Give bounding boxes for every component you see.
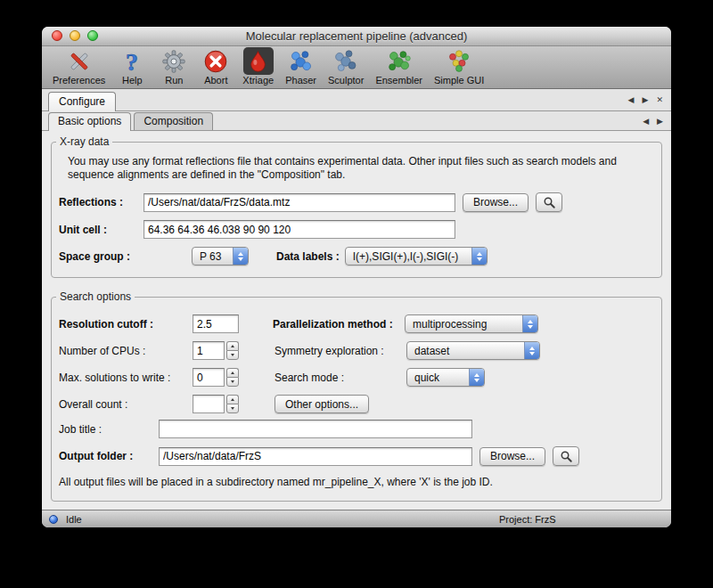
output-folder-view-button[interactable] (553, 446, 579, 466)
popup-arrows-icon (233, 248, 248, 265)
reflections-input[interactable] (143, 193, 455, 212)
toolbar-label: Preferences (53, 75, 105, 86)
svg-text:?: ? (126, 49, 138, 74)
window-title: Molecular replacement pipeline (advanced… (246, 29, 468, 43)
job-title-row: Job title : (52, 420, 661, 438)
search-mode-value: quick (414, 372, 446, 384)
toolbar-item-ensembler[interactable]: Ensembler (375, 47, 422, 86)
parallelization-value: multiprocessing (413, 318, 493, 331)
status-text: Idle (66, 514, 82, 525)
max-solutions-label: Max. solutions to write : (59, 372, 193, 384)
overall-count-label: Overall count : (59, 398, 193, 411)
options-tab-strip: Basic options Composition ◀ ▶ (42, 111, 671, 131)
toolbar-item-simple-gui[interactable]: Simple GUI (434, 47, 484, 86)
cpus-row: Number of CPUs : Symmetry exploration : … (52, 341, 661, 360)
sculptor-icon (331, 47, 361, 75)
popup-arrows-icon (522, 315, 537, 332)
stepper-up-icon[interactable] (226, 341, 239, 350)
app-window: Molecular replacement pipeline (advanced… (42, 27, 671, 527)
chevron-left-icon[interactable]: ◀ (643, 117, 649, 126)
max-solutions-stepper[interactable] (226, 368, 239, 387)
job-title-label: Job title : (59, 423, 159, 436)
num-cpus-input[interactable] (193, 341, 225, 360)
search-options-group: Search options Resolution cutoff : Paral… (51, 290, 662, 502)
overall-count-input[interactable] (193, 395, 225, 413)
resolution-cutoff-label: Resolution cutoff : (59, 318, 193, 331)
close-tab-icon[interactable]: ✕ (656, 95, 663, 104)
xray-description: You may use any format reflections file … (68, 155, 640, 182)
xray-data-group-title: X-ray data (56, 135, 112, 148)
configure-tab-strip: Configure ◀ ▶ ✕ (42, 89, 671, 111)
zoom-window-button[interactable] (87, 30, 98, 41)
toolbar-item-run[interactable]: Run (159, 47, 189, 86)
ensembler-icon (384, 47, 414, 75)
unit-cell-row: Unit cell : (52, 220, 661, 239)
stepper-up-icon[interactable] (226, 368, 239, 377)
reflections-view-button[interactable] (536, 192, 562, 212)
output-folder-browse-button[interactable]: Browse... (479, 447, 545, 466)
reflections-label: Reflections : (59, 196, 143, 208)
tab-composition[interactable]: Composition (134, 112, 213, 130)
toolbar-item-xtriage[interactable]: Xtriage (242, 47, 274, 86)
tab-strip-nav: ◀ ▶ ✕ (628, 95, 663, 104)
job-title-input[interactable] (159, 420, 472, 438)
tab-basic-options[interactable]: Basic options (48, 112, 131, 131)
overall-count-row: Overall count : Other options... (52, 395, 661, 413)
search-mode-select[interactable]: quick (406, 368, 485, 387)
chevron-right-icon[interactable]: ▶ (657, 117, 663, 126)
stepper-down-icon[interactable] (226, 377, 239, 387)
num-cpus-label: Number of CPUs : (59, 345, 193, 357)
search-icon (560, 450, 573, 463)
xray-data-group: X-ray data You may use any format reflec… (51, 135, 662, 278)
stepper-down-icon[interactable] (226, 350, 239, 360)
toolbar-label: Xtriage (242, 75, 274, 86)
toolbar-item-phaser[interactable]: Phaser (285, 47, 316, 86)
num-cpus-stepper[interactable] (226, 341, 239, 360)
output-folder-row: Output folder : Browse... (52, 446, 661, 466)
help-icon: ? (117, 47, 147, 75)
basic-options-panel: X-ray data You may use any format reflec… (42, 135, 671, 514)
window-controls (52, 30, 98, 41)
toolbar-label: Phaser (285, 75, 316, 86)
simple-gui-icon (444, 47, 474, 75)
resolution-cutoff-input[interactable] (193, 314, 239, 333)
stepper-up-icon[interactable] (226, 395, 239, 404)
toolbar-item-preferences[interactable]: Preferences (53, 47, 105, 86)
space-group-select[interactable]: P 63 (192, 247, 249, 265)
symmetry-select[interactable]: dataset (406, 341, 540, 360)
data-labels-select[interactable]: I(+),SIGI(+),I(-),SIGI(-) (345, 247, 488, 265)
toolbar-item-abort[interactable]: Abort (201, 47, 231, 86)
run-icon (159, 47, 189, 75)
tab-configure[interactable]: Configure (48, 92, 116, 111)
toolbar-label: Help (122, 75, 143, 86)
chevron-right-icon[interactable]: ▶ (643, 95, 649, 104)
unit-cell-input[interactable] (143, 220, 455, 239)
max-solutions-input[interactable] (193, 368, 225, 387)
toolbar-label: Abort (204, 75, 227, 86)
toolbar-item-help[interactable]: ? Help (117, 47, 147, 86)
data-labels-label: Data labels : (276, 250, 340, 263)
data-labels-value: I(+),SIGI(+),I(-),SIGI(-) (353, 250, 465, 263)
stepper-down-icon[interactable] (226, 404, 239, 413)
reflections-browse-button[interactable]: Browse... (463, 193, 529, 212)
popup-arrows-icon (524, 342, 539, 359)
status-bar: Idle Project: FrzS (42, 510, 671, 527)
toolbar-item-sculptor[interactable]: Sculptor (328, 47, 364, 86)
minimize-window-button[interactable] (70, 30, 80, 41)
close-window-button[interactable] (52, 30, 62, 41)
toolbar: Preferences ? Help (42, 46, 671, 89)
title-bar: Molecular replacement pipeline (advanced… (42, 27, 671, 46)
other-options-button[interactable]: Other options... (275, 395, 369, 413)
output-folder-label: Output folder : (59, 450, 159, 462)
abort-icon (201, 47, 231, 75)
reflections-row: Reflections : Browse... (52, 192, 661, 212)
output-folder-input[interactable] (159, 447, 472, 466)
status-indicator-icon (49, 515, 58, 524)
symmetry-label: Symmetry exploration : (275, 345, 406, 357)
overall-count-stepper[interactable] (226, 395, 239, 413)
toolbar-label: Sculptor (328, 75, 364, 86)
search-options-group-title: Search options (56, 290, 135, 303)
toolbar-label: Run (165, 75, 183, 86)
parallelization-select[interactable]: multiprocessing (405, 314, 538, 333)
chevron-left-icon[interactable]: ◀ (628, 95, 635, 104)
